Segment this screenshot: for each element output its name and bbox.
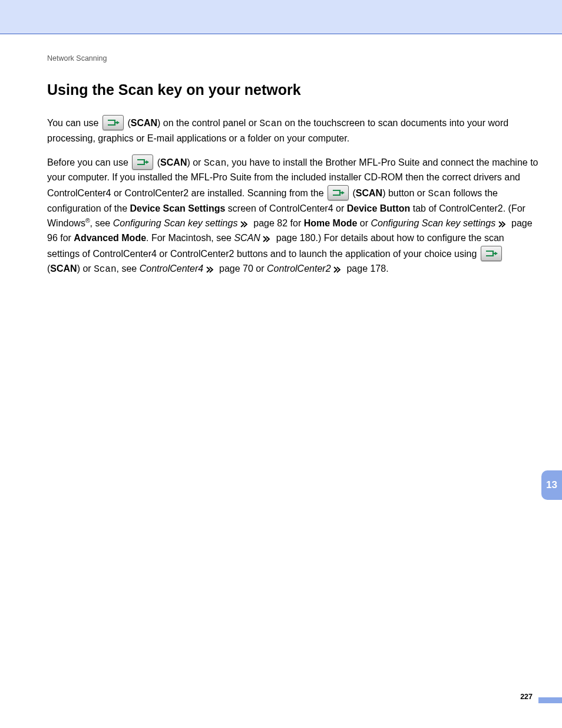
page-content: Network Scanning Using the Scan key on y… xyxy=(0,34,562,728)
chevron-double-right-icon xyxy=(206,266,217,273)
text: ) or xyxy=(77,263,94,274)
text: screen of ControlCenter4 or xyxy=(225,203,346,213)
text: page 178. xyxy=(344,263,389,274)
device-button: Device Button xyxy=(347,203,411,213)
text: ) on the control panel or xyxy=(157,118,259,128)
scan-icon xyxy=(328,185,349,200)
text: page 70 or xyxy=(217,263,267,274)
home-mode: Home Mode xyxy=(304,218,358,228)
device-scan-settings: Device Scan Settings xyxy=(130,203,226,213)
text: You can use xyxy=(47,118,101,128)
scan-icon xyxy=(103,115,124,130)
chapter-thumb-tab[interactable]: 13 xyxy=(541,470,562,500)
chevron-double-right-icon xyxy=(498,221,509,228)
scan-icon xyxy=(481,246,502,261)
chevron-double-right-icon xyxy=(240,221,251,228)
chevron-double-right-icon xyxy=(333,266,344,273)
scan-bold: SCAN xyxy=(50,263,77,274)
scan-bold: SCAN xyxy=(160,157,187,167)
text: ( xyxy=(154,157,160,167)
section-label: Network Scanning xyxy=(47,34,538,68)
scan-bold: SCAN xyxy=(356,188,382,198)
scan-mono: Scan xyxy=(428,189,451,199)
scan-mono: Scan xyxy=(94,264,116,275)
scan-bold: SCAN xyxy=(131,118,157,128)
advanced-mode: Advanced Mode xyxy=(74,233,146,243)
xref-link[interactable]: ControlCenter4 xyxy=(140,263,204,274)
page-heading: Using the Scan key on your network xyxy=(47,81,538,98)
text: , see xyxy=(90,218,113,228)
header-bar xyxy=(0,0,562,34)
scan-mono: Scan xyxy=(204,158,226,169)
paragraph-2: Before you can use (SCAN) or Scan, you h… xyxy=(47,154,538,277)
registered-mark: ® xyxy=(85,218,90,224)
xref-link[interactable]: Configuring Scan key settings xyxy=(371,218,495,228)
text: Before you can use xyxy=(47,157,131,167)
paragraph-1: You can use (SCAN) on the control panel … xyxy=(47,115,538,146)
scan-mono: Scan xyxy=(260,118,282,129)
text: ) button or xyxy=(382,188,428,198)
text: ( xyxy=(125,118,131,128)
page-number: 227 xyxy=(520,693,533,701)
xref-link[interactable]: Configuring Scan key settings xyxy=(113,218,238,228)
text: ) or xyxy=(187,157,203,167)
xref-link[interactable]: ControlCenter2 xyxy=(267,263,331,274)
text: or xyxy=(357,218,371,228)
text: . For Macintosh, see xyxy=(146,233,234,243)
text: ( xyxy=(350,188,356,198)
scan-icon xyxy=(132,154,153,170)
footer-accent xyxy=(538,697,562,703)
chevron-double-right-icon xyxy=(263,236,273,242)
text: page 82 for xyxy=(251,218,304,228)
xref-link[interactable]: SCAN xyxy=(234,233,260,243)
text: , see xyxy=(117,263,140,274)
